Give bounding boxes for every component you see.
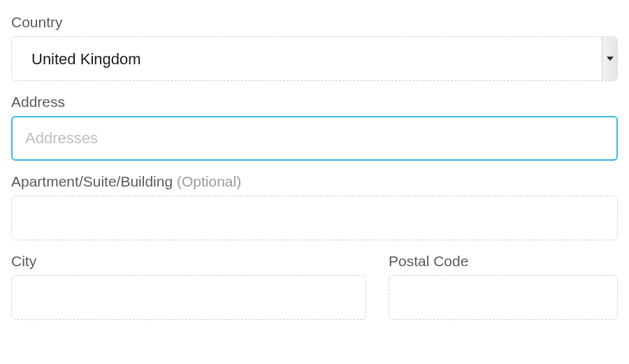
address-input[interactable] bbox=[11, 116, 618, 161]
apartment-input[interactable] bbox=[11, 196, 618, 240]
city-label: City bbox=[11, 253, 366, 270]
address-label: Address bbox=[11, 94, 618, 110]
country-select[interactable]: United Kingdom bbox=[11, 36, 618, 81]
city-group: City bbox=[11, 253, 366, 320]
postal-input[interactable] bbox=[389, 275, 618, 320]
postal-label: Postal Code bbox=[389, 253, 618, 270]
city-postal-row: City Postal Code bbox=[11, 253, 618, 333]
postal-group: Postal Code bbox=[389, 253, 618, 320]
country-select-wrapper: United Kingdom bbox=[11, 36, 618, 81]
apartment-group: Apartment/Suite/Building (Optional) bbox=[11, 173, 618, 240]
apartment-label: Apartment/Suite/Building (Optional) bbox=[11, 173, 618, 190]
apartment-optional-text: (Optional) bbox=[177, 173, 241, 189]
address-group: Address bbox=[11, 94, 618, 161]
apartment-label-text: Apartment/Suite/Building bbox=[11, 173, 177, 189]
city-input[interactable] bbox=[11, 275, 366, 320]
country-label: Country bbox=[11, 14, 618, 31]
country-group: Country United Kingdom bbox=[11, 14, 618, 81]
